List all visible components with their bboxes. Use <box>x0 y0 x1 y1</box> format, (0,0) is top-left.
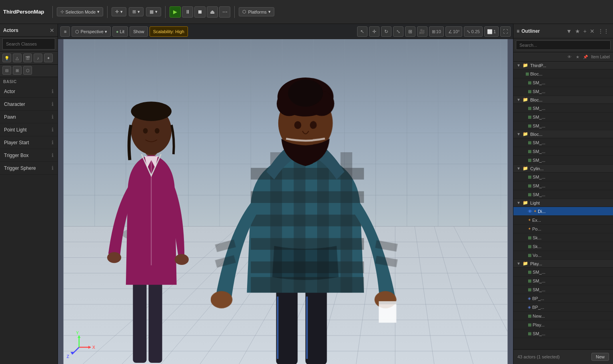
outliner-item[interactable]: ▦ SM_... <box>513 147 613 156</box>
outliner-search-row <box>513 38 613 52</box>
top-toolbar: ThirdPersonMap ⊹ Selection Mode ▾ ✛ ▾ ⊞ … <box>0 0 613 24</box>
transform-space-button[interactable]: ⊞ <box>405 26 415 37</box>
outliner-settings-button[interactable]: ★ <box>574 27 581 35</box>
translate-tool-button[interactable]: ✛ <box>369 26 379 37</box>
outliner-group-light-header[interactable]: ▼ 📁 Light <box>513 199 613 207</box>
outliner-item-po[interactable]: ✦ Po... <box>513 225 613 233</box>
camera-btn[interactable]: ▦ ▾ <box>146 7 161 16</box>
outliner-item-sm1[interactable]: ▦ SM_... <box>513 268 613 276</box>
outliner-item-vo[interactable]: ▦ Vo... <box>513 251 613 260</box>
outliner-filter-button[interactable]: ▼ <box>565 27 573 35</box>
filter-audio-icon[interactable]: ♪ <box>34 54 42 62</box>
outliner-item[interactable]: ▦ SM_... <box>513 138 613 147</box>
close-panel-button[interactable]: ✕ <box>50 27 54 34</box>
svg-point-45 <box>175 254 189 265</box>
outliner-item[interactable]: ▦ SM_... <box>513 156 613 165</box>
outliner-item-sk2[interactable]: ▦ Sk... <box>513 242 613 251</box>
scale-tool-button[interactable]: ⤡ <box>393 26 403 37</box>
play-button[interactable]: ▶ <box>170 6 181 18</box>
snap-btn[interactable]: ⊞ ▾ <box>129 7 144 16</box>
filter-shape-icon[interactable]: △ <box>13 54 22 62</box>
camera-speed-button[interactable]: 🎥 <box>417 26 427 37</box>
outliner-item-new[interactable]: ▦ New... <box>513 312 613 320</box>
actor-info-icon[interactable]: ℹ <box>52 88 54 94</box>
character-info-icon[interactable]: ℹ <box>52 101 54 107</box>
outliner-item[interactable]: ▦ SM_... <box>513 190 613 199</box>
outliner-add-button[interactable]: + <box>583 27 587 35</box>
filter-grid-icon[interactable]: ⊞ <box>13 66 22 75</box>
outliner-item-sm2[interactable]: ▦ SM_... <box>513 276 613 285</box>
outliner-drag-button[interactable]: ⋮⋮ <box>597 27 610 35</box>
separator-3 <box>165 6 166 18</box>
actor-item-character[interactable]: Character ℹ <box>0 98 58 111</box>
stop-button[interactable]: ⏹ <box>194 6 206 18</box>
actor-item-point-light[interactable]: Point Light ℹ <box>0 123 58 136</box>
pause-button[interactable]: ⏸ <box>182 6 193 18</box>
new-button[interactable]: New <box>591 353 609 361</box>
selection-mode-label: Selection Mode <box>66 10 96 14</box>
column-icons: 👁 ★ 📌 <box>566 54 589 60</box>
outliner-item-ex[interactable]: ✦ Ex... <box>513 216 613 225</box>
show-label: Show <box>133 29 144 34</box>
viewport[interactable]: ≡ ⬡ Perspective ▾ ● Lit Show Scalability… <box>58 24 513 364</box>
actor-item-trigger-box[interactable]: Trigger Box ℹ <box>0 149 58 162</box>
outliner-item-directional-light[interactable]: 👁 ✦ Di... <box>513 207 613 216</box>
outliner-item[interactable]: ▦ SM_... <box>513 104 613 113</box>
platforms-dropdown[interactable]: ⬡ Platforms ▾ <box>239 7 274 16</box>
item-name: SM_... <box>533 270 611 274</box>
filter-light-icon[interactable]: 💡 <box>2 54 11 62</box>
actor-item-actor[interactable]: Actor ℹ <box>0 85 58 98</box>
item-name: SM_... <box>533 106 611 111</box>
show-dropdown[interactable]: Show <box>130 26 148 37</box>
outliner-group-cylin-header[interactable]: ▼ 📁 Cylin... <box>513 165 613 173</box>
outliner-item-bp1[interactable]: ◈ BP_... <box>513 294 613 303</box>
outliner-item-sm3[interactable]: ▦ SM_... <box>513 285 613 294</box>
outliner-item[interactable]: ▦ SM_... <box>513 181 613 190</box>
actor-item-trigger-sphere[interactable]: Trigger Sphere ℹ <box>0 162 58 175</box>
rotate-tool-button[interactable]: ↻ <box>381 26 391 37</box>
outliner-group-thirdp-header[interactable]: ▼ 📁 ThirdP... <box>513 62 613 70</box>
svg-rect-42 <box>133 281 146 363</box>
filter-bp-icon[interactable]: ⬡ <box>23 66 32 75</box>
hamburger-menu-button[interactable]: ≡ <box>60 26 70 37</box>
select-tool-button[interactable]: ↖ <box>357 26 367 37</box>
outliner-item-sk1[interactable]: ▦ Sk... <box>513 233 613 242</box>
pawn-info-icon[interactable]: ℹ <box>52 114 54 120</box>
outliner-search-input[interactable] <box>516 40 611 50</box>
search-classes-input[interactable] <box>2 38 55 50</box>
filter-actor-icon[interactable]: ⊟ <box>2 66 11 75</box>
outliner-item-sm4[interactable]: ▦ SM_... <box>513 329 613 338</box>
outliner-item[interactable]: ▦ SM_... <box>513 121 613 130</box>
actor-item-player-start[interactable]: Player Start ℹ <box>0 136 58 149</box>
outliner-group-bloc2-header[interactable]: ▼ 📁 Bloc... <box>513 96 613 104</box>
actor-item-pawn[interactable]: Pawn ℹ <box>0 111 58 123</box>
trigger-box-info-icon[interactable]: ℹ <box>52 152 54 158</box>
outliner-item[interactable]: ▦ SM_... <box>513 78 613 87</box>
item-name: SM_... <box>533 115 611 119</box>
selection-mode-dropdown[interactable]: ⊹ Selection Mode ▾ <box>57 7 104 16</box>
more-button[interactable]: ⋯ <box>219 6 230 18</box>
outliner-item-play2[interactable]: ▦ Play... <box>513 320 613 329</box>
outliner-group-bloc3-header[interactable]: ▼ 📁 Bloc... <box>513 130 613 138</box>
filter-vfx-icon[interactable]: ✦ <box>44 54 53 62</box>
outliner-item-bp2[interactable]: ◈ BP_... <box>513 303 613 312</box>
transform-btn[interactable]: ✛ ▾ <box>112 7 126 16</box>
outliner-group-play-header[interactable]: ▼ 📁 Play... <box>513 260 613 268</box>
outliner-item[interactable]: ▦ SM_... <box>513 173 613 181</box>
maximize-viewport-button[interactable]: ⛶ <box>500 26 511 37</box>
outliner-footer: 43 actors (1 selected) New <box>513 349 613 364</box>
eject-button[interactable]: ⏏ <box>207 6 218 18</box>
perspective-dropdown[interactable]: ⬡ Perspective ▾ <box>72 26 110 37</box>
trigger-sphere-info-icon[interactable]: ℹ <box>52 165 54 171</box>
point-light-info-icon[interactable]: ℹ <box>52 127 54 133</box>
outliner-close-button[interactable]: ✕ <box>589 27 595 35</box>
player-start-info-icon[interactable]: ℹ <box>52 139 54 145</box>
pause-icon: ⏸ <box>185 9 190 15</box>
outliner-item[interactable]: ▦ SM_... <box>513 113 613 121</box>
character-label: Character <box>4 101 25 107</box>
lit-dropdown[interactable]: ● Lit <box>112 26 128 37</box>
outliner-group-bloc3: ▼ 📁 Bloc... ▦ SM_... ▦ SM_... ▦ SM_... <box>513 130 613 165</box>
outliner-item[interactable]: ▦ Bloc... <box>513 70 613 78</box>
filter-camera-icon[interactable]: 🎬 <box>23 54 32 62</box>
outliner-item[interactable]: ▦ SM_... <box>513 87 613 96</box>
